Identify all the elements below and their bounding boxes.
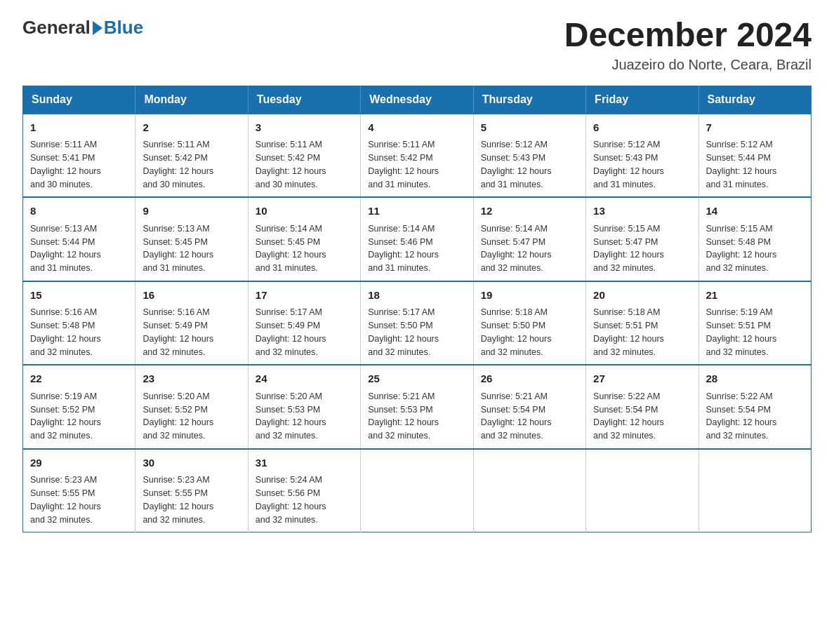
day-info: Sunrise: 5:19 AMSunset: 5:51 PMDaylight:…: [706, 306, 804, 358]
header-wednesday: Wednesday: [361, 86, 473, 114]
week-row-3: 15Sunrise: 5:16 AMSunset: 5:48 PMDayligh…: [23, 281, 812, 365]
day-info: Sunrise: 5:12 AMSunset: 5:43 PMDaylight:…: [481, 138, 578, 191]
page-header: General Blue December 2024 Juazeiro do N…: [22, 17, 812, 73]
calendar-body: 1Sunrise: 5:11 AMSunset: 5:41 PMDaylight…: [23, 114, 812, 532]
calendar-cell: 16Sunrise: 5:16 AMSunset: 5:49 PMDayligh…: [135, 281, 248, 365]
day-number: 31: [256, 455, 353, 471]
day-info: Sunrise: 5:15 AMSunset: 5:47 PMDaylight:…: [593, 222, 691, 275]
day-info: Sunrise: 5:20 AMSunset: 5:53 PMDaylight:…: [256, 390, 353, 443]
week-row-4: 22Sunrise: 5:19 AMSunset: 5:52 PMDayligh…: [23, 365, 812, 449]
calendar-cell: 15Sunrise: 5:16 AMSunset: 5:48 PMDayligh…: [23, 281, 135, 365]
day-info: Sunrise: 5:17 AMSunset: 5:50 PMDaylight:…: [368, 306, 465, 358]
day-number: 7: [706, 120, 804, 136]
day-number: 14: [706, 203, 804, 220]
calendar-cell: 12Sunrise: 5:14 AMSunset: 5:47 PMDayligh…: [473, 197, 585, 281]
calendar-cell: 20Sunrise: 5:18 AMSunset: 5:51 PMDayligh…: [586, 281, 699, 365]
day-number: 10: [256, 203, 353, 220]
calendar-cell: 17Sunrise: 5:17 AMSunset: 5:49 PMDayligh…: [248, 281, 360, 365]
day-info: Sunrise: 5:11 AMSunset: 5:42 PMDaylight:…: [143, 138, 240, 191]
title-area: December 2024 Juazeiro do Norte, Ceara, …: [564, 17, 812, 73]
week-row-1: 1Sunrise: 5:11 AMSunset: 5:41 PMDaylight…: [23, 114, 812, 198]
calendar-cell: 22Sunrise: 5:19 AMSunset: 5:52 PMDayligh…: [23, 365, 135, 449]
calendar-cell: 7Sunrise: 5:12 AMSunset: 5:44 PMDaylight…: [699, 114, 811, 198]
day-number: 25: [368, 371, 465, 387]
calendar-cell: 29Sunrise: 5:23 AMSunset: 5:55 PMDayligh…: [23, 449, 135, 532]
header-tuesday: Tuesday: [248, 86, 360, 114]
calendar-cell: 26Sunrise: 5:21 AMSunset: 5:54 PMDayligh…: [473, 365, 585, 449]
day-info: Sunrise: 5:20 AMSunset: 5:52 PMDaylight:…: [143, 390, 240, 443]
logo: General Blue: [22, 17, 143, 39]
calendar-cell: 1Sunrise: 5:11 AMSunset: 5:41 PMDaylight…: [23, 114, 135, 198]
day-number: 8: [30, 203, 128, 220]
calendar-cell: 19Sunrise: 5:18 AMSunset: 5:50 PMDayligh…: [473, 281, 585, 365]
day-number: 18: [368, 288, 465, 304]
day-number: 12: [481, 203, 578, 220]
calendar-cell: 3Sunrise: 5:11 AMSunset: 5:42 PMDaylight…: [248, 114, 360, 198]
day-number: 3: [256, 120, 353, 136]
week-row-5: 29Sunrise: 5:23 AMSunset: 5:55 PMDayligh…: [23, 449, 812, 532]
day-info: Sunrise: 5:24 AMSunset: 5:56 PMDaylight:…: [256, 474, 353, 526]
day-number: 24: [256, 371, 353, 387]
day-info: Sunrise: 5:22 AMSunset: 5:54 PMDaylight:…: [593, 390, 691, 443]
page-subtitle: Juazeiro do Norte, Ceara, Brazil: [564, 57, 812, 73]
day-info: Sunrise: 5:16 AMSunset: 5:49 PMDaylight:…: [143, 306, 240, 358]
day-info: Sunrise: 5:11 AMSunset: 5:42 PMDaylight:…: [256, 138, 353, 191]
calendar-cell: 10Sunrise: 5:14 AMSunset: 5:45 PMDayligh…: [248, 197, 360, 281]
day-number: 13: [593, 203, 691, 220]
calendar-cell: 11Sunrise: 5:14 AMSunset: 5:46 PMDayligh…: [361, 197, 473, 281]
logo-arrow-icon: [93, 21, 102, 35]
calendar-cell: 14Sunrise: 5:15 AMSunset: 5:48 PMDayligh…: [699, 197, 811, 281]
logo-blue-text: Blue: [104, 17, 143, 39]
calendar-cell: 25Sunrise: 5:21 AMSunset: 5:53 PMDayligh…: [361, 365, 473, 449]
calendar-cell: 24Sunrise: 5:20 AMSunset: 5:53 PMDayligh…: [248, 365, 360, 449]
calendar-cell: 23Sunrise: 5:20 AMSunset: 5:52 PMDayligh…: [135, 365, 248, 449]
day-info: Sunrise: 5:11 AMSunset: 5:42 PMDaylight:…: [368, 138, 465, 191]
page-title: December 2024: [564, 17, 812, 54]
calendar-table: SundayMondayTuesdayWednesdayThursdayFrid…: [22, 86, 812, 533]
day-info: Sunrise: 5:13 AMSunset: 5:45 PMDaylight:…: [143, 222, 240, 275]
calendar-cell: [699, 449, 811, 532]
day-info: Sunrise: 5:17 AMSunset: 5:49 PMDaylight:…: [256, 306, 353, 358]
day-info: Sunrise: 5:16 AMSunset: 5:48 PMDaylight:…: [30, 306, 128, 358]
day-number: 23: [143, 371, 240, 387]
day-info: Sunrise: 5:14 AMSunset: 5:47 PMDaylight:…: [481, 222, 578, 275]
day-number: 5: [481, 120, 578, 136]
day-info: Sunrise: 5:21 AMSunset: 5:53 PMDaylight:…: [368, 390, 465, 443]
day-number: 27: [593, 371, 691, 387]
day-info: Sunrise: 5:13 AMSunset: 5:44 PMDaylight:…: [30, 222, 128, 275]
day-info: Sunrise: 5:12 AMSunset: 5:44 PMDaylight:…: [706, 138, 804, 191]
day-number: 6: [593, 120, 691, 136]
day-info: Sunrise: 5:11 AMSunset: 5:41 PMDaylight:…: [30, 138, 128, 191]
day-number: 29: [30, 455, 128, 471]
calendar-cell: 9Sunrise: 5:13 AMSunset: 5:45 PMDaylight…: [135, 197, 248, 281]
day-number: 11: [368, 203, 465, 220]
day-number: 15: [30, 288, 128, 304]
header-monday: Monday: [135, 86, 248, 114]
day-info: Sunrise: 5:18 AMSunset: 5:50 PMDaylight:…: [481, 306, 578, 358]
header-thursday: Thursday: [473, 86, 585, 114]
day-number: 16: [143, 288, 240, 304]
calendar-cell: [473, 449, 585, 532]
day-info: Sunrise: 5:14 AMSunset: 5:46 PMDaylight:…: [368, 222, 465, 275]
day-number: 17: [256, 288, 353, 304]
calendar-cell: [361, 449, 473, 532]
week-row-2: 8Sunrise: 5:13 AMSunset: 5:44 PMDaylight…: [23, 197, 812, 281]
day-number: 2: [143, 120, 240, 136]
day-info: Sunrise: 5:23 AMSunset: 5:55 PMDaylight:…: [143, 474, 240, 526]
day-number: 26: [481, 371, 578, 387]
header-sunday: Sunday: [23, 86, 135, 114]
calendar-cell: 13Sunrise: 5:15 AMSunset: 5:47 PMDayligh…: [586, 197, 699, 281]
day-number: 21: [706, 288, 804, 304]
logo-general-text: General: [22, 17, 91, 39]
calendar-cell: 30Sunrise: 5:23 AMSunset: 5:55 PMDayligh…: [135, 449, 248, 532]
day-number: 22: [30, 371, 128, 387]
day-number: 19: [481, 288, 578, 304]
calendar-cell: 4Sunrise: 5:11 AMSunset: 5:42 PMDaylight…: [361, 114, 473, 198]
header-friday: Friday: [586, 86, 699, 114]
header-row: SundayMondayTuesdayWednesdayThursdayFrid…: [23, 86, 812, 114]
day-number: 4: [368, 120, 465, 136]
calendar-cell: 31Sunrise: 5:24 AMSunset: 5:56 PMDayligh…: [248, 449, 360, 532]
calendar-cell: 28Sunrise: 5:22 AMSunset: 5:54 PMDayligh…: [699, 365, 811, 449]
day-info: Sunrise: 5:18 AMSunset: 5:51 PMDaylight:…: [593, 306, 691, 358]
day-number: 30: [143, 455, 240, 471]
